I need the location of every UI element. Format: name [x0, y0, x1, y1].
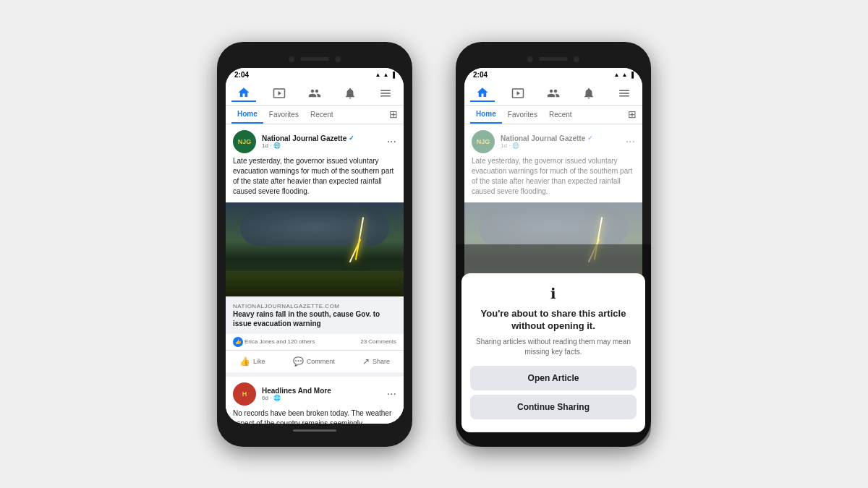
avatar-njg-left: NJG — [233, 130, 256, 153]
fb-tabs-right: Home Favorites Recent ⊞ — [464, 106, 642, 124]
more-btn-1-left[interactable]: ··· — [387, 135, 396, 148]
share-action-icon: ↗ — [362, 356, 370, 367]
status-icons-left: ▲ ▲ ▐ — [375, 72, 395, 78]
nav-groups-left[interactable] — [302, 85, 327, 101]
like-btn-left[interactable]: 👍 Like — [234, 354, 271, 369]
open-article-button[interactable]: Open Article — [470, 366, 637, 390]
verified-badge-left: ✓ — [349, 134, 354, 142]
avatar-njg-right: NJG — [472, 130, 495, 153]
post-text-1-right: Late yesterday, the governor issued volu… — [464, 156, 642, 202]
phone-bottom-left — [226, 424, 404, 438]
post-reactions-left: 👍 Erica Jones and 120 others 23 Comments — [226, 334, 404, 351]
fb-tabs-left: Home Favorites Recent ⊞ — [226, 106, 404, 124]
post-author-2-left: Headlines And More — [262, 387, 381, 395]
verified-badge-right: ✓ — [587, 134, 593, 142]
more-btn-1-right[interactable]: ··· — [626, 135, 635, 148]
status-bar-right: 2:04 ▲ ▲ ▐ — [464, 68, 642, 80]
tab-recent-right[interactable]: Recent — [543, 106, 578, 123]
signal-icon: ▲ — [383, 72, 388, 78]
nav-notifications-left[interactable] — [338, 85, 362, 101]
post-header-1-right: NJG National Journal Gazette ✓ 1d · 🌐 ··… — [464, 124, 642, 156]
link-title-left: Heavy rains fall in the south, cause Gov… — [233, 309, 396, 328]
phone-top-bar-right — [464, 51, 642, 68]
sensor-right — [574, 56, 579, 62]
storm-ground-left — [226, 271, 404, 296]
wifi-icon: ▲ — [375, 72, 380, 78]
phone-left: 2:04 ▲ ▲ ▐ — [217, 42, 412, 447]
post-card-1-left: NJG National Journal Gazette ✓ 1d · 🌐 ··… — [226, 124, 404, 372]
nav-watch-left[interactable] — [267, 85, 292, 101]
time-right: 2:04 — [473, 71, 488, 79]
post-meta-2-left: Headlines And More 6d · 🌐 — [262, 387, 381, 401]
phone-screen-left: 2:04 ▲ ▲ ▐ — [226, 68, 404, 424]
post-text-2-left: No records have been broken today. The w… — [226, 408, 404, 424]
nav-menu-right[interactable] — [612, 85, 637, 101]
tab-home-right[interactable]: Home — [470, 106, 502, 124]
post-header-2-left: H Headlines And More 6d · 🌐 ··· — [226, 377, 404, 408]
post-author-1-right: National Journal Gazette ✓ — [501, 134, 620, 142]
status-icons-right: ▲ ▲ ▐ — [613, 72, 634, 78]
tab-favorites-right[interactable]: Favorites — [502, 106, 543, 123]
post-time-1-left: 1d · 🌐 — [262, 142, 381, 149]
nav-groups-right[interactable] — [541, 85, 566, 101]
post-header-1-left: NJG National Journal Gazette ✓ 1d · 🌐 ··… — [226, 124, 404, 156]
phone-right: 2:04 ▲ ▲ ▐ — [456, 42, 651, 447]
tab-favorites-left[interactable]: Favorites — [263, 106, 305, 123]
time-left: 2:04 — [234, 71, 249, 79]
post-actions-left: 👍 Like 💬 Comment ↗ Share — [226, 351, 404, 372]
facebook-nav-right — [464, 80, 642, 106]
storm-cloud-right — [479, 210, 628, 246]
phone-top-bar-left — [226, 51, 404, 68]
battery-icon: ▐ — [391, 72, 395, 78]
post-time-2-left: 6d · 🌐 — [262, 395, 381, 401]
post-author-1-left: National Journal Gazette ✓ — [262, 134, 381, 142]
nav-home-right[interactable] — [470, 85, 495, 102]
home-indicator-left — [293, 429, 336, 432]
nav-notifications-right[interactable] — [576, 85, 601, 101]
nav-watch-right[interactable] — [506, 85, 530, 101]
filter-icon-right[interactable]: ⊞ — [628, 108, 637, 120]
wifi-icon-right: ▲ — [613, 72, 619, 78]
post-text-1-left: Late yesterday, the governor issued volu… — [226, 156, 404, 202]
tab-home-left[interactable]: Home — [231, 106, 263, 124]
filter-icon-left[interactable]: ⊞ — [389, 108, 398, 120]
speaker-left — [300, 57, 329, 61]
status-bar-left: 2:04 ▲ ▲ ▐ — [226, 68, 404, 80]
more-btn-2-left[interactable]: ··· — [387, 388, 396, 401]
post-meta-1-left: National Journal Gazette ✓ 1d · 🌐 — [262, 134, 381, 149]
camera-right — [527, 56, 533, 62]
phone-screen-right: 2:04 ▲ ▲ ▐ — [464, 68, 642, 424]
post-card-2-left: H Headlines And More 6d · 🌐 ··· No recor… — [226, 377, 404, 424]
battery-icon-right: ▐ — [629, 72, 634, 78]
link-preview-left: NATIONALJOURNALGAZETTE.COM Heavy rains f… — [226, 296, 404, 334]
sensor-left — [335, 56, 341, 62]
link-source-left: NATIONALJOURNALGAZETTE.COM — [233, 303, 396, 309]
dialog-title: You're about to share this article witho… — [470, 308, 637, 333]
avatar-ham-left: H — [233, 382, 256, 406]
like-icon-left: 👍 — [233, 337, 243, 347]
like-action-icon: 👍 — [239, 356, 250, 367]
share-dialog: ℹ You're about to share this article wit… — [464, 273, 642, 424]
post-image-1-left — [226, 202, 404, 296]
post-time-1-right: 1d · 🌐 — [501, 142, 620, 149]
info-icon: ℹ — [470, 285, 637, 302]
post-meta-1-right: National Journal Gazette ✓ 1d · 🌐 — [501, 134, 620, 149]
camera-left — [289, 56, 294, 62]
share-btn-left[interactable]: ↗ Share — [357, 354, 396, 369]
tab-recent-left[interactable]: Recent — [305, 106, 339, 123]
dialog-subtitle: Sharing articles without reading them ma… — [470, 337, 637, 357]
nav-menu-left[interactable] — [373, 85, 398, 101]
dialog-overlay-right: ℹ You're about to share this article wit… — [464, 244, 642, 424]
comment-action-icon: 💬 — [293, 356, 304, 367]
facebook-nav-left — [226, 80, 404, 106]
storm-cloud-left — [240, 210, 389, 246]
continue-sharing-button[interactable]: Continue Sharing — [470, 395, 637, 419]
comment-btn-left[interactable]: 💬 Comment — [287, 354, 341, 369]
signal-icon-right: ▲ — [621, 72, 627, 78]
feed-left: NJG National Journal Gazette ✓ 1d · 🌐 ··… — [226, 124, 404, 424]
speaker-right — [539, 57, 568, 61]
reaction-icons-left: 👍 Erica Jones and 120 others — [233, 337, 315, 347]
nav-home-left[interactable] — [231, 85, 256, 102]
